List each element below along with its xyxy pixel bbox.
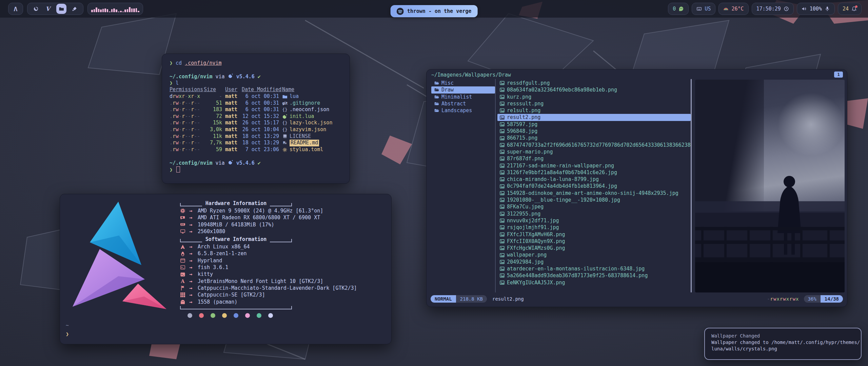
file-name: FXfcII0X0AQyn9X.png — [507, 238, 565, 245]
file-row[interactable]: 5a266e448add93deab367d87173e9f25-6837886… — [497, 272, 691, 279]
git-icon: git — [282, 100, 288, 106]
shell-prompt[interactable]: ❯ — [66, 331, 69, 337]
terminal-color-palette — [188, 313, 390, 318]
file-name: rsjqojlmjhf91.jpg — [507, 224, 559, 231]
command-arg: .config/nvim — [185, 60, 221, 66]
sidebar-item-landscapes[interactable]: Landscapes — [431, 107, 495, 114]
workspace-vim[interactable]: V — [44, 5, 52, 13]
file-row[interactable]: 08a634fa02a32364f69ebc86a98eb1eb.png — [497, 86, 691, 93]
file-row[interactable]: ressdfgult.png — [497, 80, 691, 86]
file-row[interactable]: result2.png — [497, 114, 691, 121]
file-name: 8FKa7Cu.jpeg — [507, 203, 544, 210]
tab-badge[interactable]: 1 — [834, 72, 843, 78]
workspace-files-active[interactable] — [56, 4, 66, 14]
file-manager-window[interactable]: ~/Imagenes/Wallpapers/Draw 1 MiscDrawMin… — [426, 69, 847, 307]
file-name: 3122955.png — [507, 210, 540, 217]
terminal-prompt[interactable]: ❯ — [170, 166, 342, 173]
mode-badge: NORMAL — [431, 295, 456, 303]
lua-icon — [228, 160, 233, 165]
check-icon: ✔ — [258, 74, 261, 80]
file-name: 20492984.jpg — [507, 259, 544, 265]
sidebar-item-label: Abstract — [441, 100, 466, 107]
ls-row: .rw-r--r--72matt12 oct 15:32init.lua — [170, 113, 342, 120]
sidebar-item-minimalist[interactable]: Minimalist — [431, 94, 495, 100]
file-row[interactable]: rsjqojlmjhf91.jpg — [497, 224, 691, 231]
file-row[interactable]: FXfcJlTXgAMvH6R.png — [497, 231, 691, 238]
file-row[interactable]: FXfcII0X0AQyn9X.png — [497, 238, 691, 245]
file-row[interactable]: EeNKYgIUcAAJ5JX.png — [497, 279, 691, 286]
braces-icon: {} — [282, 120, 288, 126]
file-row[interactable]: 866715.png — [497, 135, 691, 141]
folder-open-icon — [434, 87, 439, 93]
temp-value: 26°C — [731, 6, 744, 12]
fetch-row: →6.5.8-zen1-1-zen — [180, 250, 390, 257]
file-row[interactable]: 20492984.jpg — [497, 259, 691, 265]
file-name: resssult.png — [507, 100, 544, 107]
clock-widget[interactable]: 17:50:29 — [752, 3, 794, 15]
file-name: 87r687df.png — [507, 155, 544, 162]
file-row[interactable]: 19201080-__blue-tinge__-1920×1080.jpg — [497, 197, 691, 203]
sidebar-item-misc[interactable]: Misc — [431, 80, 495, 86]
file-name: 596848.jpg — [507, 128, 537, 135]
file-row[interactable]: kurz.png — [497, 94, 691, 100]
fetch-info: Hardware Information →AMD Ryzen 9 5900X … — [180, 199, 390, 318]
preview-scene — [695, 161, 845, 292]
file-row[interactable]: 587597.jpg — [497, 121, 691, 128]
palette-dot — [211, 313, 215, 318]
sidebar-item-label: Draw — [441, 86, 454, 93]
keyboard-layout-widget[interactable]: US — [692, 3, 715, 15]
file-row[interactable]: wallpaper.png — [497, 251, 691, 258]
file-name: lazy-lock.json — [290, 120, 332, 126]
counter-widget[interactable]: 0 — [668, 3, 689, 15]
weather-widget[interactable]: 26°C — [718, 3, 748, 15]
visualizer-bar — [102, 9, 104, 12]
file-name: nnvuv0xj2df71.jpg — [507, 217, 559, 224]
file-row[interactable]: resssult.png — [497, 100, 691, 107]
pane-divider — [495, 79, 496, 292]
file-row[interactable]: 8FKa7Cu.jpeg — [497, 203, 691, 210]
notifications-widget[interactable]: 24 — [838, 3, 862, 15]
file-row[interactable]: 87r687df.png — [497, 155, 691, 162]
visualizer-bar — [127, 9, 129, 12]
media-player-widget[interactable]: thrown - on the verge — [391, 5, 478, 17]
file-row[interactable]: 217167-sad-anime-rain-wallpaper.png — [497, 162, 691, 169]
visualizer-bar — [129, 7, 131, 12]
image-icon — [499, 211, 505, 217]
file-row[interactable]: 68747470733a2f2f696d616765732d7769786d70… — [497, 142, 691, 148]
file-row[interactable]: 154928-odinokoe_anime-art-anime-okno-sin… — [497, 190, 691, 197]
file-row[interactable]: chica-mirando-la-luna-8799.jpg — [497, 176, 691, 183]
notification-toast[interactable]: Wallpaper Changed Wallpaper changed to /… — [704, 328, 862, 360]
file-row[interactable]: nnvuv0xj2df71.jpg — [497, 217, 691, 224]
sidebar-item-abstract[interactable]: Abstract — [431, 100, 495, 107]
terminal-window[interactable]: ❯ cd .config/nvim ~/.config/nvim via v5.… — [162, 54, 350, 184]
file-list: ressdfgult.png08a634fa02a32364f69ebc86a9… — [497, 80, 691, 286]
file-name: lua — [290, 93, 299, 100]
visualizer-bar — [109, 12, 111, 12]
status-bar: NORMAL 218.8 KB result2.png -rwxrwxrwx 3… — [427, 295, 847, 303]
fetch-value: kitty — [198, 271, 390, 278]
speaker-icon — [802, 6, 807, 12]
arrow-icon: → — [189, 221, 196, 228]
file-row[interactable]: 3122955.png — [497, 210, 691, 217]
file-row[interactable]: FXfcHgcWIAMzs0G.png — [497, 245, 691, 251]
file-name: atardecer-en-la-montanas-ilustracion-634… — [507, 265, 645, 272]
workspace-browser[interactable] — [32, 5, 40, 13]
sidebar-item-draw[interactable]: Draw — [431, 86, 495, 93]
file-name: 19201080-__blue-tinge__-1920×1080.jpg — [507, 197, 620, 203]
distro-logo — [67, 199, 169, 311]
launcher-button[interactable]: Λ — [8, 3, 23, 15]
file-row[interactable]: 596848.jpg — [497, 128, 691, 135]
workspace-paint[interactable] — [71, 5, 78, 13]
file-row[interactable]: super-mario.png — [497, 148, 691, 155]
arrow-icon: → — [189, 291, 196, 298]
file-row[interactable]: atardecer-en-la-montanas-ilustracion-634… — [497, 265, 691, 272]
file-row[interactable]: 3126f7e9bbf21a8a4af0b67b041c6e26.jpg — [497, 169, 691, 176]
arrow-icon: → — [189, 243, 196, 250]
file-row[interactable]: 0c794faf07de24a4db4d4fb1eb813964.jpg — [497, 183, 691, 189]
file-name: .neoconf.json — [290, 106, 329, 113]
fetch-box-bottom — [180, 306, 292, 309]
fetch-window[interactable]: Hardware Information →AMD Ryzen 9 5900X … — [60, 194, 392, 344]
file-row[interactable]: re1sult.png — [497, 107, 691, 114]
volume-widget[interactable]: 100% — [797, 3, 835, 15]
scrollbar[interactable] — [691, 79, 692, 292]
